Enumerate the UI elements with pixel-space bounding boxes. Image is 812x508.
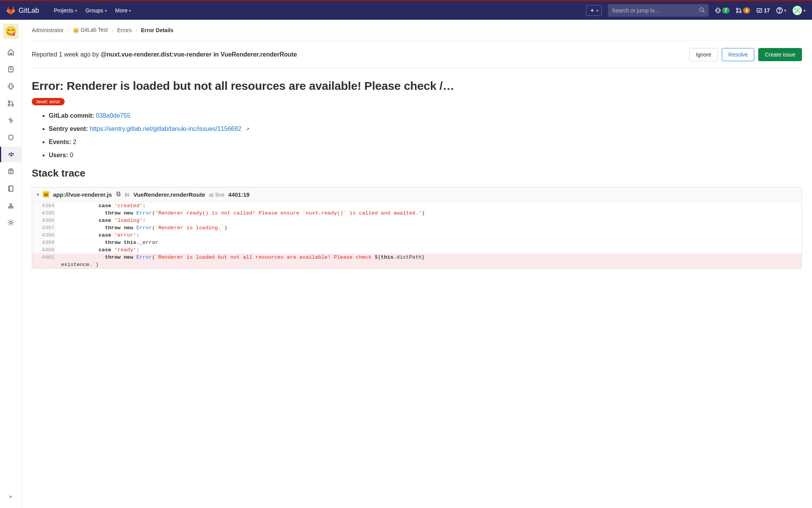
code-content: throw new Error(`Renderer is loaded but …: [55, 254, 802, 261]
svg-point-6: [737, 11, 738, 13]
commit-link[interactable]: 038a0de755: [96, 112, 130, 119]
svg-point-19: [12, 104, 14, 106]
chevron-down-icon: ▾: [75, 9, 77, 13]
line-number: 4397: [32, 224, 55, 232]
code-content: existence.`): [55, 261, 802, 268]
stack-frame: ▾ JS app:///vue-renderer.js in VueRender…: [32, 187, 802, 269]
code-line: existence.`): [32, 261, 802, 268]
crumb-administrator[interactable]: Administrator: [32, 27, 63, 33]
svg-line-1: [703, 11, 704, 12]
main-content: Administrator › 😋GitLab Test › Errors › …: [22, 20, 812, 508]
sidebar-repository[interactable]: [0, 62, 22, 77]
global-search[interactable]: [608, 4, 709, 17]
project-icon: 😋: [73, 27, 79, 34]
merge-request-icon: [736, 7, 742, 14]
code-line: 4400 case 'ready':: [32, 246, 802, 254]
frame-function: VueRenderer.renderRoute: [133, 191, 205, 198]
svg-point-24: [9, 206, 10, 208]
svg-rect-2: [717, 8, 719, 13]
sidebar-wiki[interactable]: [0, 181, 22, 196]
breadcrumb: Administrator › 😋GitLab Test › Errors › …: [32, 27, 802, 40]
help-dropdown[interactable]: ▾: [776, 7, 786, 14]
nav-projects[interactable]: Projects▾: [54, 7, 77, 14]
code-content: throw this._error: [55, 239, 802, 246]
sidebar-packages[interactable]: [0, 164, 22, 179]
svg-point-5: [737, 8, 738, 10]
chevron-right-icon: ›: [136, 28, 137, 33]
detail-users: Users: 0: [49, 152, 802, 159]
sidebar-issues[interactable]: [0, 79, 22, 94]
svg-point-26: [10, 221, 12, 224]
code-content: case 'created':: [55, 202, 802, 209]
svg-point-18: [8, 104, 10, 106]
top-navbar: GitLab Projects▾ Groups▾ More▾ ＋ ▾: [0, 1, 812, 20]
chevron-down-icon: ▾: [105, 9, 107, 13]
crumb-project[interactable]: 😋GitLab Test: [73, 27, 108, 34]
nav-more[interactable]: More▾: [115, 7, 131, 14]
nav-groups[interactable]: Groups▾: [86, 7, 107, 14]
error-title: Error: Renderer is loaded but not all re…: [32, 79, 802, 93]
svg-point-0: [700, 8, 703, 11]
chevron-down-icon: ▾: [784, 8, 786, 13]
frame-header: ▾ JS app:///vue-renderer.js in VueRender…: [32, 187, 802, 202]
create-issue-button[interactable]: Create issue: [758, 48, 802, 61]
sidebar-home[interactable]: [0, 45, 22, 60]
ignore-button[interactable]: Ignore: [689, 48, 718, 61]
line-number: [32, 261, 55, 268]
resolve-button[interactable]: Resolve: [722, 48, 755, 61]
sentry-link[interactable]: https://sentry.gitlab.net/gitlab/tanuki-…: [90, 125, 242, 132]
collapse-caret-icon[interactable]: ▾: [37, 192, 39, 197]
error-details-list: GitLab commit: 038a0de755 Sentry event: …: [32, 112, 802, 159]
detail-commit: GitLab commit: 038a0de755: [49, 112, 802, 119]
project-avatar[interactable]: 😋: [3, 24, 19, 39]
frame-at-label: at line: [209, 191, 224, 198]
frame-line: 4401:19: [228, 191, 250, 198]
line-number: 4400: [32, 246, 55, 254]
user-menu[interactable]: ▾: [793, 6, 806, 15]
code-line: 4394 case 'created':: [32, 202, 802, 209]
svg-point-7: [740, 11, 741, 13]
sidebar-merge-requests[interactable]: [0, 96, 22, 111]
code-line: 4401 throw new Error(`Renderer is loaded…: [32, 254, 802, 261]
project-sidebar: 😋 »: [0, 20, 22, 508]
new-dropdown[interactable]: ＋ ▾: [586, 5, 602, 16]
code-line: 4399 throw this._error: [32, 239, 802, 246]
search-input[interactable]: [612, 7, 699, 14]
question-icon: [776, 7, 783, 14]
code-line: 4397 throw new Error(`Renderer is loadin…: [32, 224, 802, 232]
sidebar-security[interactable]: [0, 130, 22, 145]
mr-badge: 4: [743, 7, 750, 14]
issues-counter[interactable]: 7: [715, 7, 730, 14]
code-line: 4395 throw new Error('Renderer ready() i…: [32, 209, 802, 217]
sidebar-snippets[interactable]: [0, 198, 22, 213]
svg-point-25: [11, 206, 13, 208]
svg-rect-27: [117, 193, 120, 196]
crumb-errors[interactable]: Errors: [117, 27, 132, 33]
code-content: throw new Error(`Renderer is loading.`): [55, 224, 802, 232]
sidebar-operations[interactable]: [0, 147, 22, 162]
todos-counter[interactable]: 17: [756, 7, 770, 14]
todos-icon: [756, 7, 762, 14]
sidebar-expand[interactable]: »: [0, 489, 22, 504]
detail-events: Events: 2: [49, 139, 802, 146]
sidebar-settings[interactable]: [0, 215, 22, 230]
svg-point-17: [8, 101, 10, 103]
chevron-down-icon: ▾: [596, 9, 598, 13]
code-content: case 'error':: [55, 232, 802, 239]
line-number: 4394: [32, 202, 55, 209]
external-link-icon: ↗: [245, 126, 250, 132]
copy-icon[interactable]: [116, 191, 121, 198]
line-number: 4398: [32, 232, 55, 239]
line-number: 4395: [32, 209, 55, 217]
sidebar-cicd[interactable]: [0, 113, 22, 128]
code-block: 4394 case 'created':4395 throw new Error…: [32, 202, 802, 268]
line-number: 4396: [32, 217, 55, 224]
detail-sentry: Sentry event: https://sentry.gitlab.net/…: [49, 125, 802, 132]
level-badge: level: error: [32, 98, 65, 105]
user-avatar-icon: [793, 6, 802, 15]
frame-in-label: in: [125, 191, 130, 198]
gitlab-logo[interactable]: GitLab: [6, 6, 39, 15]
merge-requests-counter[interactable]: 4: [736, 7, 750, 14]
plus-icon: ＋: [589, 7, 595, 14]
svg-rect-28: [116, 192, 119, 195]
